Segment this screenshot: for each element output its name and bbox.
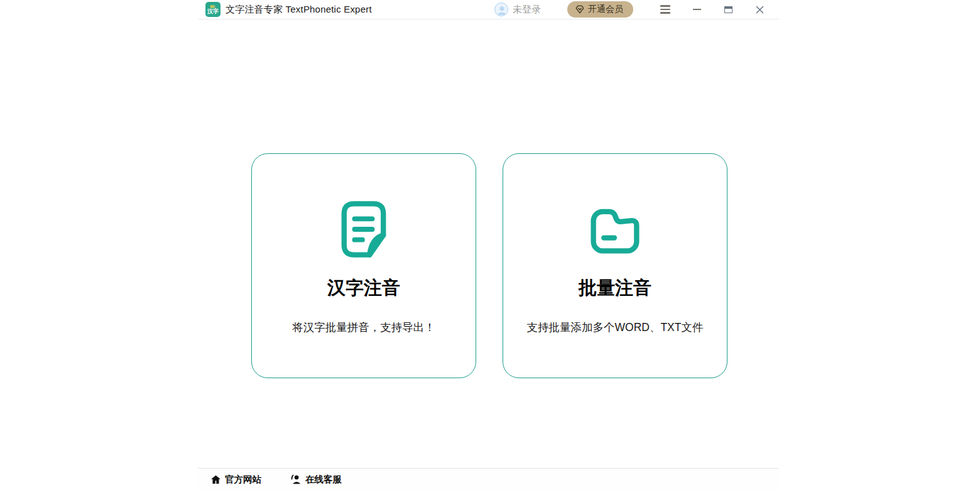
official-website-link[interactable]: 官方网站: [210, 474, 261, 486]
card-title: 汉字注音: [327, 276, 400, 301]
user-avatar-icon: [494, 3, 508, 16]
customer-service-link[interactable]: 在线客服: [290, 474, 342, 486]
card-title: 批量注音: [579, 276, 651, 301]
card-hanzi-zhuyin[interactable]: 汉字注音 将汉字批量拼音，支持导出！: [251, 153, 476, 378]
window-controls: [642, 1, 770, 18]
main-content: 汉字注音 将汉字批量拼音，支持导出！ 批量注音 支持批量添加多个WORD、TXT…: [198, 19, 779, 468]
app-logo-icon: Mr. 汉字: [205, 2, 220, 17]
login-status-label: 未登录: [513, 4, 541, 16]
app-window: Mr. 汉字 文字注音专家 TextPhonetic Expert 未登录: [198, 0, 779, 490]
maximize-button[interactable]: [717, 1, 739, 18]
titlebar: Mr. 汉字 文字注音专家 TextPhonetic Expert 未登录: [198, 0, 779, 19]
vip-gem-icon: [575, 4, 585, 14]
vip-button-label: 开通会员: [588, 4, 623, 15]
card-description: 将汉字批量拼音，支持导出！: [292, 320, 435, 335]
app-title: 文字注音专家 TextPhonetic Expert: [226, 4, 372, 16]
minimize-button[interactable]: [686, 1, 707, 18]
app-logo-text-bottom: 汉字: [207, 9, 219, 14]
footer-bar: 官方网站 在线客服: [198, 468, 779, 490]
menu-hamburger-icon[interactable]: [655, 1, 676, 18]
card-description: 支持批量添加多个WORD、TXT文件: [527, 320, 704, 335]
customer-service-icon: [290, 474, 302, 485]
home-icon: [210, 474, 221, 485]
folder-icon: [582, 197, 648, 262]
open-vip-button[interactable]: 开通会员: [567, 1, 633, 18]
document-icon: [331, 197, 396, 262]
customer-service-label: 在线客服: [305, 474, 342, 486]
close-button[interactable]: [749, 1, 770, 18]
app-logo-text-top: Mr.: [210, 4, 215, 8]
card-batch-zhuyin[interactable]: 批量注音 支持批量添加多个WORD、TXT文件: [503, 153, 727, 378]
official-website-label: 官方网站: [225, 474, 261, 486]
login-status-button[interactable]: 未登录: [494, 3, 541, 16]
